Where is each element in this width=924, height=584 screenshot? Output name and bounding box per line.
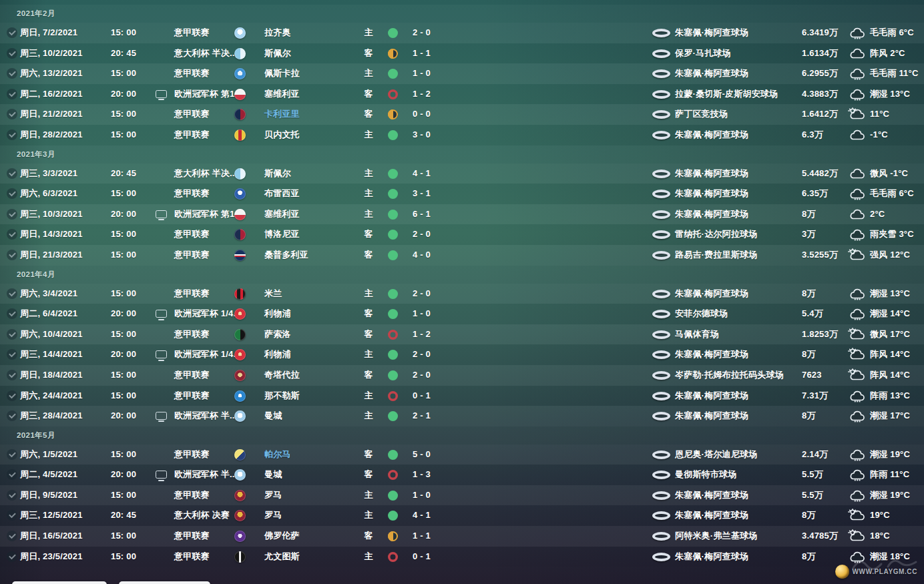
- played-check-icon: [7, 449, 17, 460]
- fixture-row[interactable]: 周二, 16/2/2021 20: 00 欧洲冠军杯 第1... 塞维利亚 客 …: [0, 84, 924, 105]
- cloud-glyph: [851, 391, 864, 400]
- cloud-glyph: [851, 412, 864, 420]
- result-icon: [388, 250, 398, 260]
- fixture-row[interactable]: 周三, 28/4/2021 20: 00 欧洲冠军杯 半... 曼城 主 2 -…: [0, 406, 924, 426]
- stadium-icon: [652, 90, 670, 99]
- team-name-link[interactable]: 罗马: [264, 505, 282, 526]
- team-name-link[interactable]: 那不勒斯: [264, 386, 300, 406]
- bottom-panel-edge: [12, 581, 107, 584]
- cloud-glyph: [851, 552, 864, 561]
- time-text: 15: 00: [111, 23, 136, 43]
- team-name-link[interactable]: 尤文图斯: [264, 547, 300, 567]
- team-badge: [234, 308, 246, 320]
- result-icon: [388, 411, 398, 421]
- fixture-row[interactable]: 周日, 14/3/2021 15: 00 意甲联赛 博洛尼亚 客 2 - 0 雷…: [0, 224, 924, 245]
- date-text: 周三, 14/4/2021: [20, 344, 83, 365]
- fixture-row[interactable]: 周二, 4/5/2021 20: 00 欧洲冠军杯 半... 曼城 客 1 - …: [0, 465, 924, 485]
- team-name-link[interactable]: 曼城: [264, 406, 282, 426]
- date-text: 周日, 21/2/2021: [20, 104, 83, 125]
- team-name-link[interactable]: 曼城: [264, 465, 282, 485]
- time-text: 15: 00: [111, 445, 136, 465]
- fixture-row[interactable]: 周日, 16/5/2021 15: 00 意甲联赛 佛罗伦萨 客 1 - 1 阿…: [0, 526, 924, 547]
- played-check-icon: [7, 469, 17, 480]
- fixture-row[interactable]: 周三, 12/5/2021 20: 45 意大利杯 决赛 罗马 主 4 - 1 …: [0, 505, 924, 526]
- weather-icon: [848, 248, 867, 262]
- team-name-link[interactable]: 萨索洛: [264, 324, 291, 345]
- fixture-row[interactable]: 周六, 10/4/2021 15: 00 意甲联赛 萨索洛 客 1 - 2 马佩…: [0, 324, 924, 345]
- date-text: 周日, 21/3/2021: [20, 245, 83, 266]
- fixture-row[interactable]: 周六, 13/2/2021 15: 00 意甲联赛 佩斯卡拉 主 1 - 0 朱…: [0, 63, 924, 84]
- fixture-row[interactable]: 周三, 10/2/2021 20: 45 意大利杯 半决... 斯佩尔 客 1 …: [0, 43, 924, 64]
- team-name-link[interactable]: 斯佩尔: [264, 164, 291, 184]
- team-name-link[interactable]: 米兰: [264, 284, 282, 304]
- raindrops-glyph: [855, 500, 861, 501]
- fixture-row[interactable]: 周日, 28/2/2021 15: 00 意甲联赛 贝内文托 主 3 - 0 朱…: [0, 125, 924, 145]
- competition-text: 意甲联赛: [174, 365, 210, 386]
- stadium-icon: [652, 310, 670, 318]
- team-badge: [234, 209, 246, 220]
- tv-icon: [156, 350, 167, 358]
- team-badge: [234, 89, 246, 100]
- fixture-row[interactable]: 周日, 9/5/2021 15: 00 意甲联赛 罗马 主 1 - 0 朱塞佩·…: [0, 485, 924, 506]
- team-badge: [234, 390, 246, 402]
- played-check-icon: [7, 349, 17, 360]
- date-text: 周三, 12/5/2021: [20, 505, 83, 526]
- team-name-link[interactable]: 布雷西亚: [264, 184, 300, 204]
- team-name-link[interactable]: 拉齐奥: [264, 23, 291, 43]
- team-name-link[interactable]: 利物浦: [264, 344, 291, 365]
- team-name-link[interactable]: 塞维利亚: [264, 204, 300, 225]
- cloud-glyph: [851, 110, 864, 119]
- fixture-row[interactable]: 周日, 7/2/2021 15: 00 意甲联赛 拉齐奥 主 2 - 0 朱塞佩…: [0, 23, 924, 43]
- fixture-row[interactable]: 周六, 6/3/2021 15: 00 意甲联赛 布雷西亚 主 3 - 1 朱塞…: [0, 184, 924, 204]
- home-away-label: 主: [361, 125, 377, 145]
- fixture-row[interactable]: 周日, 21/2/2021 15: 00 意甲联赛 卡利亚里 客 0 - 0 萨…: [0, 104, 924, 125]
- team-name-link[interactable]: 贝内文托: [264, 125, 300, 145]
- weather-icon: [848, 208, 867, 221]
- team-name-link[interactable]: 奇塔代拉: [264, 365, 300, 386]
- attendance-text: 5.5万: [802, 485, 823, 506]
- fixture-row[interactable]: 周日, 18/4/2021 15: 00 意甲联赛 奇塔代拉 客 2 - 0 岑…: [0, 365, 924, 386]
- score-text: 4 - 1: [413, 505, 431, 526]
- team-name-link[interactable]: 卡利亚里: [264, 104, 300, 125]
- fixture-row[interactable]: 周六, 24/4/2021 15: 00 意甲联赛 那不勒斯 主 0 - 1 朱…: [0, 386, 924, 406]
- fixture-row[interactable]: 周三, 10/3/2021 20: 00 欧洲冠军杯 第1... 塞维利亚 主 …: [0, 204, 924, 225]
- fixture-row[interactable]: 周日, 21/3/2021 15: 00 意甲联赛 桑普多利亚 客 4 - 0 …: [0, 245, 924, 266]
- team-badge: [234, 109, 246, 120]
- stadium-name: 安菲尔德球场: [675, 304, 728, 324]
- attendance-text: 8万: [802, 505, 816, 526]
- team-name-link[interactable]: 塞维利亚: [264, 84, 300, 105]
- fixture-row[interactable]: 周三, 14/4/2021 20: 00 欧洲冠军杯 1/4... 利物浦 主 …: [0, 344, 924, 365]
- team-name-link[interactable]: 利物浦: [264, 304, 291, 324]
- result-icon: [388, 49, 398, 59]
- date-text: 周六, 1/5/2021: [20, 445, 77, 465]
- fixture-row[interactable]: 周六, 3/4/2021 15: 00 意甲联赛 米兰 主 2 - 0 朱塞佩·…: [0, 284, 924, 304]
- weather-icon: [848, 448, 867, 461]
- team-name-link[interactable]: 桑普多利亚: [264, 245, 308, 266]
- team-name-link[interactable]: 佩斯卡拉: [264, 63, 300, 84]
- stadium-name: 雷纳托·达尔阿拉球场: [675, 224, 757, 245]
- fixture-row[interactable]: 周六, 1/5/2021 15: 00 意甲联赛 帕尔马 客 5 - 0 恩尼奥…: [0, 445, 924, 465]
- fixture-row[interactable]: 周二, 6/4/2021 20: 00 欧洲冠军杯 1/4... 利物浦 客 1…: [0, 304, 924, 324]
- time-text: 15: 00: [111, 485, 136, 506]
- score-text: 6 - 1: [413, 204, 431, 225]
- team-name-link[interactable]: 博洛尼亚: [264, 224, 300, 245]
- fixture-row[interactable]: 周日, 23/5/2021 15: 00 意甲联赛 尤文图斯 主 0 - 1 朱…: [0, 547, 924, 567]
- team-name-link[interactable]: 斯佩尔: [264, 43, 291, 64]
- attendance-text: 1.6134万: [802, 43, 838, 64]
- played-check-icon: [7, 329, 17, 340]
- team-name-link[interactable]: 帕尔马: [264, 445, 291, 465]
- watermark-ball-icon: [835, 565, 849, 579]
- fixture-row[interactable]: 周三, 3/3/2021 20: 45 意大利杯 半决... 斯佩尔 主 4 -…: [0, 164, 924, 184]
- score-text: 5 - 0: [413, 445, 431, 465]
- date-text: 周日, 14/3/2021: [20, 224, 83, 245]
- date-text: 周二, 4/5/2021: [20, 465, 77, 485]
- cloud-glyph: [851, 29, 864, 37]
- cloud-glyph: [851, 371, 864, 380]
- attendance-text: 1.8253万: [802, 324, 838, 345]
- team-name-link[interactable]: 佛罗伦萨: [264, 526, 300, 547]
- top-spacer: [0, 0, 924, 5]
- team-name-link[interactable]: 罗马: [264, 485, 282, 506]
- attendance-text: 8万: [802, 284, 816, 304]
- attendance-text: 1.6412万: [802, 104, 838, 125]
- weather-icon: [848, 67, 867, 80]
